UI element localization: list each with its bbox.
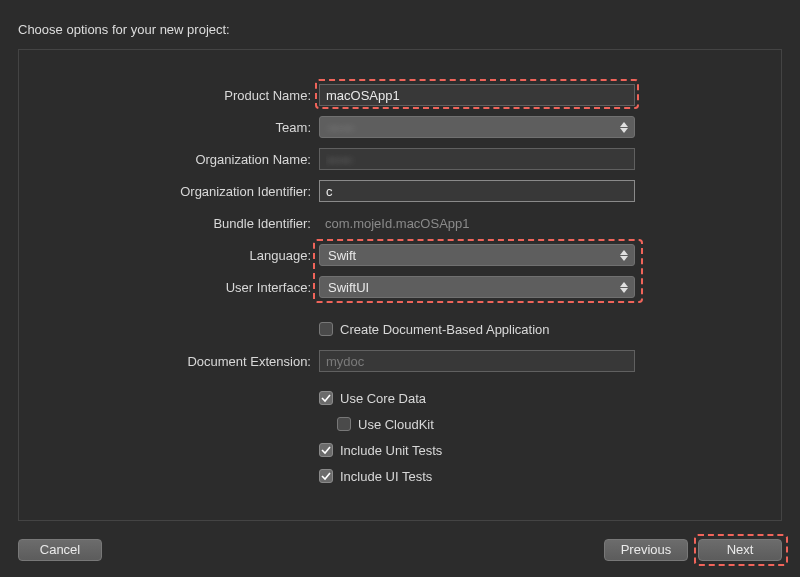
- checkbox-icon: [337, 417, 351, 431]
- checkbox-icon: [319, 322, 333, 336]
- label-language: Language:: [19, 248, 319, 263]
- cloudkit-checkbox[interactable]: Use CloudKit: [337, 413, 434, 435]
- label-org-name: Organization Name:: [19, 152, 319, 167]
- team-popup[interactable]: ——: [319, 116, 635, 138]
- core-data-label: Use Core Data: [340, 391, 426, 406]
- ui-tests-checkbox[interactable]: Include UI Tests: [319, 465, 432, 487]
- checkbox-icon: [319, 469, 333, 483]
- cloudkit-label: Use CloudKit: [358, 417, 434, 432]
- options-panel: Product Name: Team: —— Organization Name…: [18, 49, 782, 521]
- create-doc-checkbox[interactable]: Create Document-Based Application: [319, 318, 550, 340]
- user-interface-value: SwiftUI: [328, 280, 369, 295]
- doc-ext-input: [319, 350, 635, 372]
- stepper-arrows-icon: [616, 118, 632, 136]
- footer: Cancel Previous Next: [0, 522, 800, 577]
- cancel-button[interactable]: Cancel: [18, 539, 102, 561]
- checkbox-icon: [319, 443, 333, 457]
- label-org-id: Organization Identifier:: [19, 184, 319, 199]
- previous-button[interactable]: Previous: [604, 539, 688, 561]
- ui-tests-label: Include UI Tests: [340, 469, 432, 484]
- dialog-title: Choose options for your new project:: [0, 0, 800, 49]
- product-name-input[interactable]: [319, 84, 635, 106]
- team-value: ——: [328, 120, 354, 135]
- label-doc-ext: Document Extension:: [19, 354, 319, 369]
- next-button[interactable]: Next: [698, 539, 782, 561]
- create-doc-label: Create Document-Based Application: [340, 322, 550, 337]
- language-popup[interactable]: Swift: [319, 244, 635, 266]
- core-data-checkbox[interactable]: Use Core Data: [319, 387, 426, 409]
- bundle-id-value: com.mojeId.macOSApp1: [319, 216, 470, 231]
- language-value: Swift: [328, 248, 356, 263]
- user-interface-popup[interactable]: SwiftUI: [319, 276, 635, 298]
- label-user-interface: User Interface:: [19, 280, 319, 295]
- label-team: Team:: [19, 120, 319, 135]
- label-bundle-id: Bundle Identifier:: [19, 216, 319, 231]
- org-name-input[interactable]: [319, 148, 635, 170]
- stepper-arrows-icon: [616, 278, 632, 296]
- unit-tests-label: Include Unit Tests: [340, 443, 442, 458]
- checkbox-icon: [319, 391, 333, 405]
- stepper-arrows-icon: [616, 246, 632, 264]
- unit-tests-checkbox[interactable]: Include Unit Tests: [319, 439, 442, 461]
- org-id-input[interactable]: [319, 180, 635, 202]
- label-product-name: Product Name:: [19, 88, 319, 103]
